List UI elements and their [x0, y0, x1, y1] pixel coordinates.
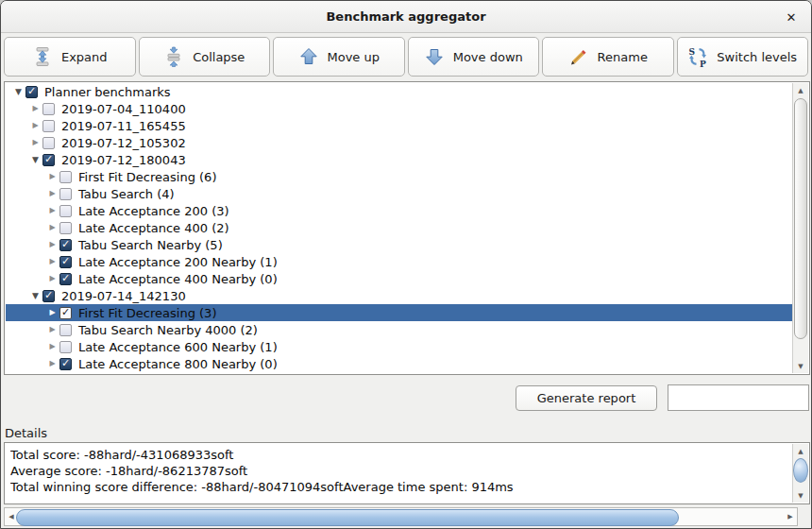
row-checkbox[interactable]: [59, 358, 72, 370]
svg-text:S: S: [689, 47, 696, 57]
row-checkbox[interactable]: [59, 324, 72, 336]
scroll-down-icon[interactable]: ▼: [793, 488, 808, 503]
horizontal-scrollbar-thumb[interactable]: [16, 509, 679, 526]
row-checkbox[interactable]: [42, 103, 55, 115]
tree-row-label: Late Acceptance 200 Nearby (1): [77, 255, 278, 269]
expand-arrow-icon[interactable]: ▶: [45, 185, 59, 202]
row-checkbox[interactable]: [59, 188, 72, 200]
benchmark-tree-panel: ▼Planner benchmarks▶2019-07-04_110400▶20…: [4, 81, 810, 375]
scroll-right-icon[interactable]: ▶: [784, 508, 797, 525]
row-checkbox[interactable]: [59, 171, 72, 183]
row-checkbox[interactable]: [42, 290, 55, 302]
details-scrollbar-thumb[interactable]: [793, 458, 808, 483]
collapse-arrow-icon[interactable]: ▼: [11, 83, 25, 100]
tree-row[interactable]: ▶Late Acceptance 200 (3): [6, 202, 792, 219]
tree-row[interactable]: ▶Tabu Search Nearby (5): [6, 236, 792, 253]
collapse-arrow-icon[interactable]: ▼: [28, 151, 42, 168]
move-down-button[interactable]: Move down: [408, 37, 540, 77]
tree-row[interactable]: ▼2019-07-14_142130: [6, 287, 792, 304]
row-checkbox[interactable]: [42, 120, 55, 132]
tree-row-label: 2019-07-12_180043: [60, 153, 186, 167]
report-status-field[interactable]: [668, 384, 809, 411]
tree-row[interactable]: ▼Planner benchmarks: [6, 83, 792, 100]
row-checkbox[interactable]: [59, 273, 72, 285]
expand-arrow-icon[interactable]: ▶: [45, 168, 59, 185]
details-line-total-score: Total score: -88hard/-431068933soft: [10, 447, 788, 463]
tree-row[interactable]: ▶2019-07-04_110400: [6, 100, 792, 117]
tree-row[interactable]: ▶Late Acceptance 400 Nearby (0): [6, 270, 792, 287]
switch-levels-icon: S P: [687, 46, 708, 67]
tree-row[interactable]: ▶Tabu Search Nearby 4000 (2): [6, 321, 792, 338]
tree-row[interactable]: ▶Late Acceptance 600 Nearby (1): [6, 338, 792, 355]
details-vertical-scrollbar[interactable]: ▲ ▼: [792, 444, 808, 503]
expand-arrow-icon[interactable]: ▶: [45, 321, 59, 338]
tree-row[interactable]: ▶Tabu Search (4): [6, 185, 792, 202]
tree-scrollbar-thumb[interactable]: [794, 98, 807, 339]
toolbar: Expand Collapse Move up: [1, 33, 811, 80]
expand-arrow-icon[interactable]: ▶: [45, 236, 59, 253]
expand-arrow-icon[interactable]: ▶: [28, 117, 42, 134]
tree-row-label: 2019-07-14_142130: [60, 289, 186, 303]
row-checkbox[interactable]: [59, 341, 72, 353]
tree-row[interactable]: ▼2019-07-12_180043: [6, 151, 792, 168]
expand-arrow-icon[interactable]: ▶: [45, 338, 59, 355]
collapse-arrow-icon[interactable]: ▼: [28, 287, 42, 304]
move-up-button[interactable]: Move up: [273, 37, 405, 77]
tree-row[interactable]: ▶First Fit Decreasing (6): [6, 168, 792, 185]
tree-row-label: First Fit Decreasing (6): [77, 170, 216, 184]
tree-vertical-scrollbar[interactable]: ▲ ▼: [792, 83, 808, 373]
expand-arrow-icon[interactable]: ▶: [45, 253, 59, 270]
tree-row[interactable]: ▶First Fit Decreasing (3): [6, 304, 792, 321]
details-label: Details: [5, 426, 47, 440]
row-checkbox[interactable]: [42, 154, 55, 166]
details-horizontal-scrollbar[interactable]: ◀ ▶: [4, 507, 798, 526]
switch-levels-button[interactable]: S P Switch levels: [677, 37, 809, 77]
expand-arrow-icon[interactable]: ▶: [45, 270, 59, 287]
tree-row[interactable]: ▶Late Acceptance 800 Nearby (0): [6, 355, 792, 372]
details-text: Total score: -88hard/-431068933soft Aver…: [10, 447, 788, 495]
row-checkbox[interactable]: [59, 205, 72, 217]
rename-button[interactable]: Rename: [542, 37, 674, 77]
switch-levels-button-label: Switch levels: [717, 50, 797, 64]
row-checkbox[interactable]: [59, 307, 72, 319]
scroll-up-icon[interactable]: ▲: [793, 444, 808, 458]
tree-row-label: Late Acceptance 200 (3): [77, 204, 229, 218]
row-checkbox[interactable]: [59, 256, 72, 268]
benchmark-tree: ▼Planner benchmarks▶2019-07-04_110400▶20…: [6, 83, 792, 373]
scroll-up-icon[interactable]: ▲: [793, 83, 808, 97]
scroll-down-icon[interactable]: ▼: [793, 359, 808, 373]
collapse-button-label: Collapse: [193, 50, 245, 64]
move-up-button-label: Move up: [328, 50, 381, 64]
expand-icon: [32, 46, 53, 67]
title-bar: Benchmark aggregator ✕: [1, 1, 811, 33]
rename-button-label: Rename: [598, 50, 648, 64]
tree-row[interactable]: ▶Late Acceptance 200 Nearby (1): [6, 253, 792, 270]
tree-row[interactable]: ▶2019-07-12_105302: [6, 134, 792, 151]
expand-arrow-icon[interactable]: ▶: [45, 219, 59, 236]
move-up-icon: [298, 46, 319, 67]
window-title: Benchmark aggregator: [326, 9, 485, 24]
tree-row-label: Planner benchmarks: [43, 85, 171, 99]
generate-report-label: Generate report: [537, 391, 636, 405]
row-checkbox[interactable]: [59, 239, 72, 251]
row-checkbox[interactable]: [59, 222, 72, 234]
tree-row-label: Tabu Search Nearby 4000 (2): [77, 323, 258, 337]
expand-arrow-icon[interactable]: ▶: [28, 134, 42, 151]
row-checkbox[interactable]: [25, 86, 38, 98]
close-icon[interactable]: ✕: [783, 9, 800, 26]
tree-row[interactable]: ▶2019-07-11_165455: [6, 117, 792, 134]
generate-report-button[interactable]: Generate report: [516, 385, 657, 411]
collapse-button[interactable]: Collapse: [139, 37, 271, 77]
tree-row[interactable]: ▶Late Acceptance 400 (2): [6, 219, 792, 236]
expand-arrow-icon[interactable]: ▶: [28, 100, 42, 117]
details-line-winning-diff: Total winning score difference: -88hard/…: [10, 479, 788, 495]
expand-arrow-icon[interactable]: ▶: [45, 202, 59, 219]
tree-row-label: Late Acceptance 800 Nearby (0): [77, 357, 278, 371]
expand-arrow-icon[interactable]: ▶: [45, 355, 59, 372]
benchmark-aggregator-window: Benchmark aggregator ✕ Expand Collapse: [0, 0, 812, 529]
expand-button[interactable]: Expand: [4, 37, 136, 77]
expand-arrow-icon[interactable]: ▶: [45, 304, 59, 321]
row-checkbox[interactable]: [42, 137, 55, 149]
tree-row-label: Late Acceptance 600 Nearby (1): [77, 340, 278, 354]
rename-icon: [568, 46, 589, 67]
